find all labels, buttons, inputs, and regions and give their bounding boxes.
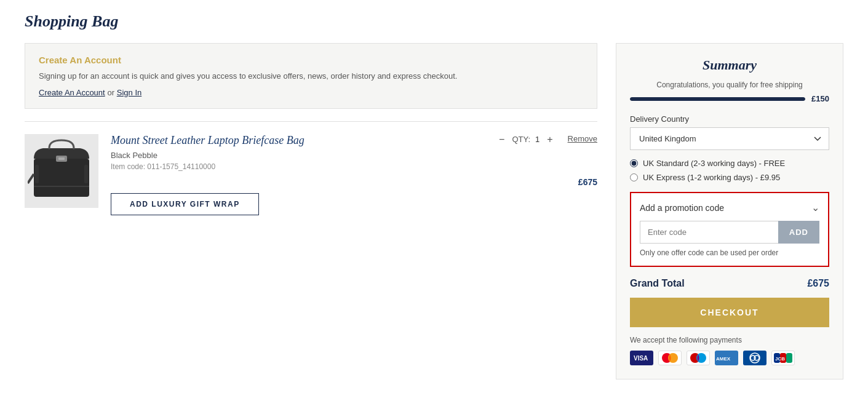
progress-bar-fill <box>630 97 805 101</box>
quantity-controls: − QTY: 1 + <box>496 134 555 145</box>
left-column: Create An Account Signing up for an acco… <box>25 43 597 215</box>
promo-note: Only one offer code can be used per orde… <box>640 248 819 257</box>
qty-label: QTY: <box>512 135 530 144</box>
maestro-icon <box>687 351 710 365</box>
promo-chevron-icon: ⌄ <box>811 202 819 213</box>
sign-in-link[interactable]: Sign In <box>117 88 141 97</box>
svg-text:VISA: VISA <box>634 355 648 362</box>
product-name: Mount Street Leather Laptop Briefcase Ba… <box>111 134 484 147</box>
mastercard-icon <box>658 351 682 365</box>
svg-point-13 <box>750 353 760 363</box>
svg-text:JCB: JCB <box>775 356 785 362</box>
progress-bar-track <box>630 97 805 101</box>
promo-input-row: ADD <box>640 221 819 244</box>
delivery-option-standard: UK Standard (2-3 working days) - FREE <box>630 159 829 168</box>
delivery-express-radio[interactable] <box>630 173 638 181</box>
grand-total-amount: £675 <box>807 278 829 289</box>
account-banner: Create An Account Signing up for an acco… <box>25 43 597 109</box>
cart-item-header: Mount Street Leather Laptop Briefcase Ba… <box>111 134 597 147</box>
promo-header-text: Add a promotion code <box>640 203 724 213</box>
promo-add-button[interactable]: ADD <box>778 221 819 244</box>
account-banner-links: Create An Account or Sign In <box>39 87 583 97</box>
svg-rect-6 <box>84 165 88 183</box>
payment-methods-label: We accept the following payments <box>630 336 829 344</box>
delivery-option-express: UK Express (1-2 working days) - £9.95 <box>630 173 829 182</box>
grand-total-row: Grand Total £675 <box>630 278 829 289</box>
remove-item-link[interactable]: Remove <box>568 134 597 143</box>
amex-icon: AMEX <box>715 351 738 365</box>
jcb-icon: JCB <box>771 351 795 365</box>
svg-rect-5 <box>35 165 39 183</box>
product-price: £675 <box>578 177 597 187</box>
free-shipping-message: Congratulations, you qualify for free sh… <box>630 81 829 89</box>
delivery-express-label[interactable]: UK Express (1-2 working days) - £9.95 <box>643 173 780 182</box>
promo-code-input[interactable] <box>640 221 778 244</box>
delivery-standard-label[interactable]: UK Standard (2-3 working days) - FREE <box>643 159 785 168</box>
progress-amount: £150 <box>811 94 829 103</box>
account-banner-title: Create An Account <box>39 55 583 65</box>
svg-point-15 <box>754 355 759 360</box>
cart-section: Mount Street Leather Laptop Briefcase Ba… <box>25 121 597 215</box>
svg-line-3 <box>28 174 34 183</box>
svg-rect-18 <box>786 353 792 363</box>
grand-total-label: Grand Total <box>630 278 685 289</box>
delivery-standard-radio[interactable] <box>630 159 638 167</box>
delivery-options: UK Standard (2-3 working days) - FREE UK… <box>630 159 829 182</box>
product-image <box>25 134 98 208</box>
create-account-link[interactable]: Create An Account <box>39 88 105 97</box>
or-text: or <box>108 88 117 97</box>
add-gift-wrap-button[interactable]: ADD LUXURY GIFT WRAP <box>111 193 259 215</box>
quantity-decrease-button[interactable]: − <box>496 134 507 145</box>
checkout-button[interactable]: CHECKOUT <box>630 298 829 327</box>
cart-item: Mount Street Leather Laptop Briefcase Ba… <box>25 134 597 215</box>
page-title: Shopping Bag <box>25 12 843 31</box>
svg-text:AMEX: AMEX <box>716 356 731 362</box>
quantity-increase-button[interactable]: + <box>544 134 555 145</box>
product-variant: Black Pebble <box>111 151 597 160</box>
promo-code-section: Add a promotion code ⌄ ADD Only one offe… <box>630 192 829 267</box>
delivery-country-label: Delivery Country <box>630 114 829 124</box>
product-code: Item code: 011-1575_14110000 <box>111 162 597 171</box>
delivery-country-select[interactable]: United Kingdom United States Germany Fra… <box>630 127 829 150</box>
diners-icon <box>743 351 766 365</box>
summary-panel: Summary Congratulations, you qualify for… <box>616 43 843 379</box>
svg-rect-2 <box>58 157 65 160</box>
cart-item-details: Mount Street Leather Laptop Briefcase Ba… <box>111 134 597 215</box>
quantity-value: 1 <box>535 135 540 144</box>
account-banner-text: Signing up for an account is quick and g… <box>39 70 583 82</box>
visa-icon: VISA <box>630 351 653 365</box>
promo-header[interactable]: Add a promotion code ⌄ <box>640 202 819 213</box>
summary-title: Summary <box>630 57 829 73</box>
svg-rect-0 <box>34 159 89 197</box>
payment-icons: VISA <box>630 351 829 365</box>
shipping-progress: £150 <box>630 94 829 103</box>
